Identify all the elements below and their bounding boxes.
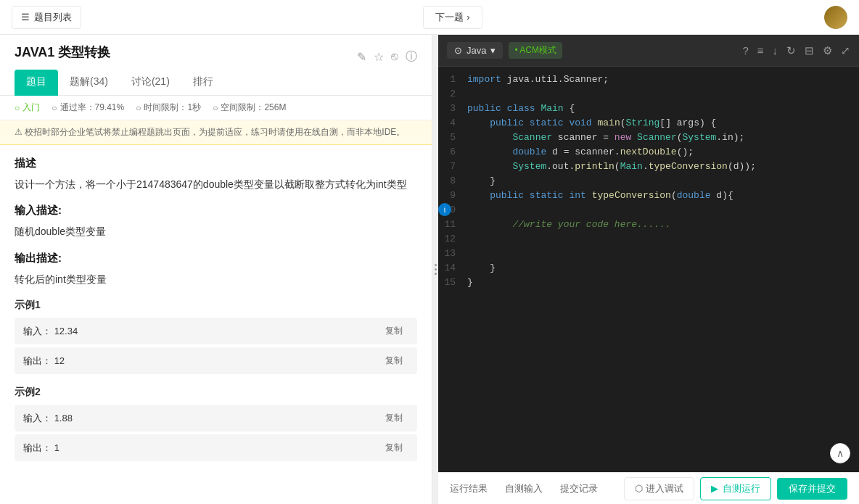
top-nav: ☰ 题目列表 下一题 › — [0, 0, 859, 35]
line-number: 3 — [438, 102, 467, 116]
level-badge: ○ 入门 — [15, 102, 40, 114]
editor-toolbar: ⊙ Java ▾ • ACM模式 ? ≡ ↓ ↻ ⊟ ⚙ ⤢ — [438, 35, 859, 67]
tab-bar: 题目 题解(34) 讨论(21) 排行 — [0, 70, 432, 96]
panel-divider[interactable] — [432, 35, 438, 504]
run-button[interactable]: ▶ 自测运行 — [700, 477, 771, 500]
problem-content: 描述 设计一个方法，将一个小于2147483647的double类型变量以截断取… — [0, 145, 432, 504]
example-1-input-row: 输入： 12.34 复制 — [15, 318, 417, 344]
line-number: 2 — [438, 87, 467, 102]
debug-button[interactable]: ⬡ 进入调试 — [624, 477, 694, 500]
help-icon[interactable]: ? — [742, 44, 748, 57]
code-line: 14 } — [438, 261, 859, 276]
lang-chevron-icon: ▾ — [490, 45, 496, 56]
problem-meta: ○ 入门 ○ 通过率：79.41% ○ 时间限制：1秒 ○ 空间限制：256M — [0, 96, 432, 120]
title-row: JAVA1 类型转换 ✎ ☆ ⎋ ⓘ — [0, 35, 432, 70]
tab-rank[interactable]: 排行 — [181, 70, 225, 96]
menu-button[interactable]: ☰ 题目列表 — [12, 6, 81, 29]
fullscreen-icon[interactable]: ⤢ — [841, 44, 850, 57]
code-line: 8 } — [438, 174, 859, 189]
line-content: public class Main { — [467, 102, 575, 116]
line-number: 6 — [438, 145, 467, 160]
play-icon: ▶ — [711, 483, 718, 494]
download-icon[interactable]: ↓ — [773, 44, 778, 57]
warning-text: ⚠ 校招时部分企业笔试将禁止编程题跳出页面，为提前适应，练习时请使用在线自测，而… — [15, 126, 405, 139]
refresh-icon[interactable]: ↻ — [786, 44, 796, 57]
menu-label: 题目列表 — [34, 11, 72, 24]
time-icon: ○ — [136, 103, 141, 113]
code-line: 5 Scanner scanner = new Scanner(System.i… — [438, 131, 859, 145]
example-2-input-value: 1.88 — [54, 413, 73, 424]
code-line: 6 double d = scanner.nextDouble(); — [438, 145, 859, 160]
divider-dot-3 — [435, 273, 437, 275]
code-line: 4 public static void main(String[] args)… — [438, 116, 859, 131]
example-2: 示例2 输入： 1.88 复制 输出： 1 复制 — [15, 386, 417, 461]
line-number: 8 — [438, 174, 467, 189]
divider-dot-1 — [435, 264, 437, 266]
example-2-output-text: 输出： 1 — [23, 442, 59, 455]
edit-icon[interactable]: ✎ — [357, 50, 366, 64]
example-1-output-text: 输出： 12 — [23, 355, 65, 368]
description-content: 设计一个方法，将一个小于2147483647的double类型变量以截断取整方式… — [15, 176, 417, 192]
tab-problem[interactable]: 题目 — [15, 70, 58, 96]
divider-handle — [435, 264, 437, 275]
line-number: 15 — [438, 276, 467, 290]
line-content: } — [467, 174, 496, 189]
submit-history-tab[interactable]: 提交记录 — [560, 482, 598, 495]
right-panel: ⊙ Java ▾ • ACM模式 ? ≡ ↓ ↻ ⊟ ⚙ ⤢ 1impo — [438, 35, 859, 504]
submit-button[interactable]: 保存并提交 — [777, 478, 847, 500]
divider-dot-2 — [435, 268, 437, 270]
code-line: 11 //write your code here...... — [438, 218, 859, 232]
avatar-image — [824, 6, 847, 29]
line-content: Scanner scanner = new Scanner(System.in)… — [467, 131, 744, 145]
copy-example-1-input[interactable]: 复制 — [379, 323, 408, 339]
toolbar-left: ⊙ Java ▾ • ACM模式 — [447, 42, 562, 59]
layout-icon[interactable]: ⊟ — [805, 44, 814, 57]
line-number: 14 — [438, 261, 467, 276]
line-number: 4 — [438, 116, 467, 131]
test-input-tab[interactable]: 自测输入 — [505, 482, 543, 495]
toolbar-right: ? ≡ ↓ ↻ ⊟ ⚙ ⤢ — [742, 44, 850, 57]
example-2-input-row: 输入： 1.88 复制 — [15, 405, 417, 431]
copy-example-2-output[interactable]: 复制 — [379, 440, 408, 455]
example-1-output-value: 12 — [54, 355, 65, 366]
code-line: 9 public static int typeConversion(doubl… — [438, 189, 859, 203]
warning-bar: ⚠ 校招时部分企业笔试将禁止编程题跳出页面，为提前适应，练习时请使用在线自测，而… — [0, 120, 432, 145]
settings-icon[interactable]: ⚙ — [823, 44, 832, 57]
nav-right — [824, 6, 847, 29]
tab-discuss[interactable]: 讨论(21) — [120, 70, 181, 96]
example-2-output-row: 输出： 1 复制 — [15, 434, 417, 461]
code-line: 15} — [438, 276, 859, 290]
copy-example-2-input[interactable]: 复制 — [379, 410, 408, 426]
run-result-tab[interactable]: 运行结果 — [450, 482, 488, 495]
example-2-title: 示例2 — [15, 386, 417, 399]
avatar[interactable] — [824, 6, 847, 29]
list-icon[interactable]: ≡ — [757, 44, 764, 57]
example-1-title: 示例1 — [15, 299, 417, 312]
line-number: 5 — [438, 131, 467, 145]
tab-solution[interactable]: 题解(34) — [58, 70, 120, 96]
example-2-output-value: 1 — [54, 442, 59, 453]
star-icon[interactable]: ☆ — [374, 50, 384, 64]
space-icon: ○ — [213, 103, 218, 113]
bottom-actions: ⬡ 进入调试 ▶ 自测运行 保存并提交 — [624, 477, 847, 500]
level-icon: ○ — [15, 103, 20, 113]
language-select[interactable]: ⊙ Java ▾ — [447, 42, 503, 59]
info-icon[interactable]: ⓘ — [406, 49, 417, 65]
example-1-input-text: 输入： 12.34 — [23, 325, 78, 338]
line-number: 12 — [438, 232, 467, 247]
bottom-bar: 运行结果 自测输入 提交记录 ⬡ 进入调试 ▶ 自测运行 保存并提交 — [438, 472, 859, 504]
line-number: 1 — [438, 73, 467, 87]
next-button[interactable]: 下一题 › — [423, 6, 482, 29]
dot-icon: • — [514, 45, 517, 55]
share-icon[interactable]: ⎋ — [391, 50, 398, 63]
example-1: 示例1 输入： 12.34 复制 输出： 12 复制 — [15, 299, 417, 374]
code-editor[interactable]: 1import java.util.Scanner;23public class… — [438, 67, 859, 472]
example-1-input-value: 12.34 — [54, 326, 78, 336]
input-desc-title: 输入描述: — [15, 204, 417, 218]
copy-example-1-output[interactable]: 复制 — [379, 353, 408, 368]
example-1-output-row: 输出： 12 复制 — [15, 347, 417, 374]
code-line: 7 System.out.println(Main.typeConversion… — [438, 160, 859, 174]
line-info-dot[interactable]: i — [438, 203, 451, 216]
line-number: 9 — [438, 189, 467, 203]
scroll-top-button[interactable]: ∧ — [830, 443, 850, 463]
